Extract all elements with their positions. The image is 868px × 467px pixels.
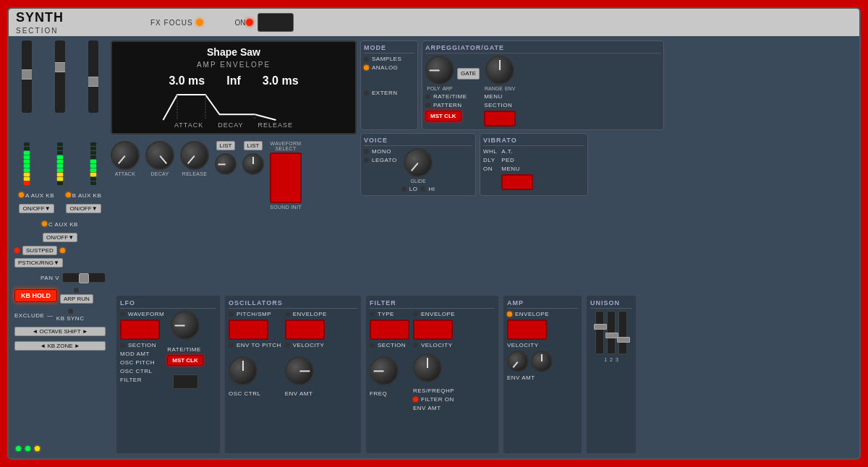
slider-track-b[interactable] [55,40,65,113]
unison-slider-1[interactable] [595,311,604,354]
amp-vel2-knob[interactable] [531,351,553,372]
lfo-oscpitch-label: OSC PITCH [120,359,155,366]
kb-zone-btn[interactable]: ◄ KB ZONE ► [14,341,106,351]
lfo-toggle[interactable] [120,320,160,340]
release-val: 3.0 ms [263,74,299,87]
filter-freq-row: FREQ [370,390,409,397]
unison-slider-handle-3[interactable] [617,337,630,343]
lfo-filter-label: FILTER [120,377,142,383]
center-controls: ATTACK DECAY RELEASE LIST LIST [111,138,357,213]
unison-slider-handle-1[interactable] [594,324,607,330]
osc-pitch-led [229,312,234,317]
release-knob[interactable] [180,141,209,170]
aux-b-btn[interactable]: ON/OFF▼ [66,204,101,213]
gate-btn[interactable]: GATE [457,68,480,80]
aux-a-btn[interactable]: ON/OFF▼ [19,204,54,213]
filter-res-knob[interactable] [413,354,442,382]
waveform-select-container: WAVEFORMSELECT SOUND INIT [270,141,302,210]
list-btn-2[interactable]: LIST [244,141,263,150]
mst-clk-btn[interactable]: MST CLK [425,111,461,121]
led-seg [90,155,96,159]
lfo-mst-clk-btn[interactable]: MST CLK [167,355,203,366]
vibrato-right: A.T. PED MENU [501,148,533,190]
osc-velocity-row: VELOCITY [285,342,327,348]
pan-handle[interactable] [79,273,89,283]
kb-sync-label: KB SYNC [56,315,85,322]
filter-res-row: RES/FREQHP [413,387,455,394]
decay-label: DECAY [218,121,243,129]
lo-hi-row: LO HI [401,186,435,192]
led-seg [57,168,63,172]
arp-section-label: SECTION [484,102,512,108]
osc-env-knob[interactable] [285,356,314,385]
kb-hold-btn[interactable]: KB HOLD [14,289,57,302]
list-btn-1[interactable]: LIST [216,141,236,150]
led-seg [90,177,96,181]
attack-knob[interactable] [111,141,140,170]
slider-handle-a[interactable] [22,69,32,80]
vib-on-row: ON [483,166,497,172]
fx-focus-led [196,19,203,26]
lfo-modamt-row: MOD AMT [120,351,164,357]
amp-toggle[interactable] [507,320,547,340]
octave-shift-btn[interactable]: ◄ OCTAVE SHIFT ► [14,327,106,336]
led-meter-b [57,113,63,185]
arp-toggle[interactable] [484,111,516,127]
filter-section-label: FILTER [370,299,495,309]
slider-handle-b[interactable] [55,62,65,72]
filter-vel-led [413,343,418,348]
aux-c-btn[interactable]: ON/OFF▼ [43,233,77,242]
lfo-waveform-led [120,312,125,317]
lfo-ctrl-slider[interactable] [173,374,198,389]
osc-env-toggle[interactable] [285,320,325,340]
filter-env-toggle[interactable] [413,320,453,340]
release-knob-label: RELEASE [182,171,207,176]
filter-env-amt-row: ENV AMT [413,405,455,411]
mode-label: MODE [364,44,414,53]
analog-label: ANALOG [372,64,398,71]
amp-vel1-knob[interactable] [507,351,529,372]
unison-slider-3[interactable] [618,311,627,354]
filter-type-toggle[interactable] [370,320,409,340]
display-title: Shape Saw [207,46,260,58]
led-meter-a [24,113,30,185]
range-label: RANGE [485,86,503,91]
glide-knob[interactable] [404,148,433,177]
vibrato-toggle[interactable] [501,174,533,190]
power-switch[interactable] [258,13,294,32]
led-seg [24,177,30,181]
left-section: A AUX KB ON/OFF▼ B AUX KB ON/OFF▼ C AUX … [13,40,107,454]
pan-slider[interactable] [62,273,106,283]
arp-main-knob[interactable] [425,56,454,85]
unison-panel: UNISON 1 2 3 [586,295,637,454]
led-seg [90,151,96,155]
slider-track-c[interactable] [88,40,98,113]
range-knob[interactable] [485,56,514,85]
osc-main-knob[interactable] [229,356,258,385]
arp-run-btn[interactable]: ARP RUN [60,294,93,304]
waveform-select-switch[interactable] [270,153,302,203]
amp-env-led [507,312,512,317]
slider-channel-a [13,40,41,185]
list-knob-1[interactable] [215,153,237,175]
osc-pitch-toggle[interactable] [229,320,268,340]
samples-label: SAMPLES [372,56,401,62]
unison-slider-2[interactable] [607,311,616,354]
arp-content: POLY ARP GATE RATE/TIME [425,56,660,127]
list-knob-2[interactable] [242,153,264,175]
filter-res-label: RES/FREQHP [413,387,454,394]
synth-section-label: SECTION [16,27,64,35]
led-seg [57,181,63,185]
amp-content: ENVELOPE VELOCITY ENV AMT [507,311,578,381]
slider-handle-c[interactable] [88,77,98,87]
decay-knob[interactable] [145,141,174,170]
filter-freq-knob[interactable] [370,356,399,385]
pstick-btn[interactable]: PSTICK/RNG▼ [14,258,63,267]
slider-track-a[interactable] [22,40,32,113]
vibrato-left: WHL DLY ON [483,148,497,190]
lfo-rate-knob[interactable] [171,311,200,340]
synth-title: SYNTH [16,10,64,25]
sustped-btn[interactable]: SUSTPED [22,246,57,255]
attack-knob-container: ATTACK [111,141,140,210]
led-seg [24,155,30,159]
